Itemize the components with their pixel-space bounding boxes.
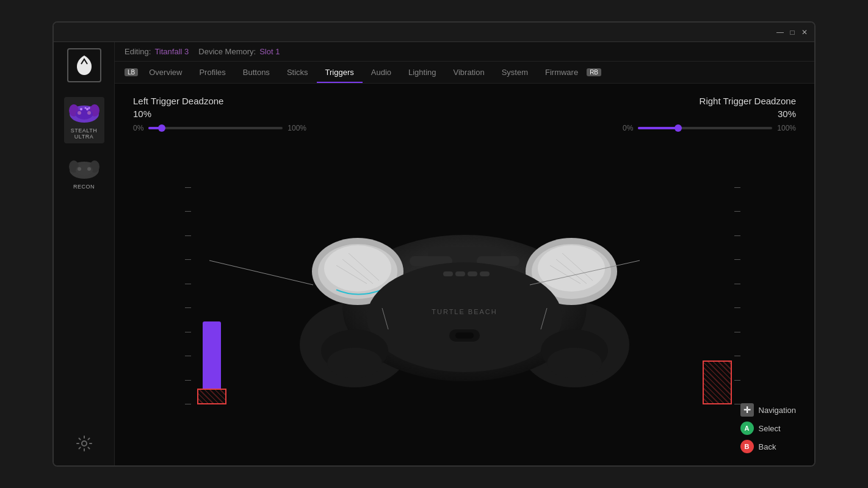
svg-text:TURTLE BEACH: TURTLE BEACH <box>432 308 497 315</box>
ruler-tick <box>734 235 740 236</box>
a-button-icon: A <box>740 422 754 435</box>
tab-audio[interactable]: Audio <box>363 62 400 83</box>
ruler-tick <box>734 284 740 284</box>
svg-point-28 <box>538 245 605 292</box>
ruler-tick <box>185 332 191 332</box>
left-trigger-bar <box>197 321 226 404</box>
recon-img <box>68 157 101 181</box>
top-bar: Editing: Titanfall 3 Device Memory: Slot… <box>115 42 814 62</box>
ruler-tick <box>734 380 740 381</box>
b-button-icon: B <box>740 440 754 453</box>
svg-point-6 <box>80 108 82 110</box>
svg-point-4 <box>78 111 81 115</box>
svg-point-46 <box>547 348 602 378</box>
tab-triggers[interactable]: Triggers <box>317 62 363 83</box>
tab-system[interactable]: System <box>493 62 537 83</box>
svg-rect-37 <box>455 332 474 339</box>
svg-point-44 <box>327 348 382 378</box>
left-trigger-fill <box>203 321 221 389</box>
select-hint-text: Select <box>759 424 781 433</box>
navigation-hint: ✛ Navigation <box>740 403 796 417</box>
tab-overview[interactable]: Overview <box>140 62 190 83</box>
controller-svg: TURTLE BEACH <box>288 210 642 393</box>
navigation-hint-text: Navigation <box>759 406 796 415</box>
left-slider-row: 0% 100% <box>133 124 306 132</box>
profile-name: Titanfall 3 <box>154 47 189 56</box>
left-trigger-deadzone <box>197 389 226 404</box>
tab-firmware[interactable]: Firmware <box>537 62 587 83</box>
tab-lighting[interactable]: Lighting <box>400 62 445 83</box>
right-slider-thumb[interactable] <box>675 124 682 132</box>
left-deadzone-title: Left Trigger Deadzone <box>133 96 306 106</box>
right-trigger-bar <box>703 361 732 404</box>
ruler-tick <box>734 404 740 404</box>
app-body: STEALTHULTRA RECON <box>54 42 814 465</box>
right-deadzone-title: Right Trigger Deadzone <box>700 96 796 106</box>
minimize-button[interactable]: — <box>775 27 785 37</box>
main-content: Editing: Titanfall 3 Device Memory: Slot… <box>115 42 814 465</box>
svg-point-14 <box>78 167 81 171</box>
left-slider-max: 100% <box>288 124 306 132</box>
right-badge: RB <box>587 68 601 76</box>
close-button[interactable]: ✕ <box>800 27 809 37</box>
sidebar-item-stealth-ultra[interactable]: STEALTHULTRA <box>64 97 104 143</box>
stealth-ultra-img <box>68 101 101 125</box>
maximize-button[interactable]: □ <box>787 27 797 37</box>
logo-icon <box>72 53 96 77</box>
right-trigger-deadzone <box>703 361 732 404</box>
dpad-icon: ✛ <box>740 403 754 417</box>
left-slider-track[interactable] <box>148 127 283 129</box>
back-hint-text: Back <box>759 442 776 451</box>
logo <box>67 48 101 82</box>
left-slider-thumb[interactable] <box>158 124 165 132</box>
svg-rect-39 <box>455 271 465 276</box>
svg-point-8 <box>84 107 86 109</box>
right-slider-max: 100% <box>777 124 796 132</box>
ruler-tick <box>185 284 191 284</box>
sidebar-item-recon[interactable]: RECON <box>64 153 104 193</box>
left-badge: LB <box>125 68 138 76</box>
back-hint: B Back <box>740 440 796 453</box>
right-slider-track[interactable] <box>638 127 772 129</box>
recon-icon <box>68 157 101 181</box>
tab-sticks[interactable]: Sticks <box>278 62 317 83</box>
ruler-tick <box>734 332 740 332</box>
ruler-tick <box>185 380 191 381</box>
svg-point-9 <box>88 107 90 109</box>
svg-point-16 <box>82 441 87 446</box>
right-ruler <box>734 187 744 404</box>
deadzone-row: Left Trigger Deadzone 10% 0% 100% <box>115 84 814 138</box>
sidebar: STEALTHULTRA RECON <box>54 42 115 465</box>
right-deadzone-section: Right Trigger Deadzone 30% 0% 100% <box>623 96 796 132</box>
svg-point-35 <box>367 262 562 372</box>
svg-point-7 <box>86 108 89 110</box>
ruler-tick <box>734 259 740 260</box>
ruler-tick <box>185 356 191 356</box>
recon-label: RECON <box>73 184 95 190</box>
ruler-tick <box>185 235 191 236</box>
app-window: — □ ✕ <box>52 21 816 467</box>
svg-rect-38 <box>443 271 453 276</box>
svg-rect-41 <box>480 271 490 276</box>
right-slider-row: 0% 100% <box>623 124 796 132</box>
left-deadzone-section: Left Trigger Deadzone 10% 0% 100% <box>133 96 306 132</box>
svg-point-22 <box>324 245 391 292</box>
tab-profiles[interactable]: Profiles <box>190 62 234 83</box>
device-label: Device Memory: <box>198 47 256 56</box>
content-area: Left Trigger Deadzone 10% 0% 100% <box>115 84 814 465</box>
ruler-tick <box>185 404 191 404</box>
settings-button[interactable] <box>71 430 98 459</box>
ruler-tick <box>185 187 191 188</box>
editing-label: Editing: <box>125 47 151 56</box>
ruler-tick <box>734 187 740 188</box>
select-hint: A Select <box>740 422 796 435</box>
tab-vibration[interactable]: Vibration <box>445 62 493 83</box>
tab-buttons[interactable]: Buttons <box>234 62 278 83</box>
left-deadzone-value: 10% <box>133 109 306 119</box>
stealth-ultra-icon <box>68 101 101 125</box>
ruler-tick <box>185 211 191 212</box>
nav-tabs: LB Overview Profiles Buttons Sticks Trig… <box>115 62 814 84</box>
settings-icon <box>76 435 93 452</box>
ruler-tick <box>185 307 191 308</box>
left-ruler <box>185 187 195 404</box>
